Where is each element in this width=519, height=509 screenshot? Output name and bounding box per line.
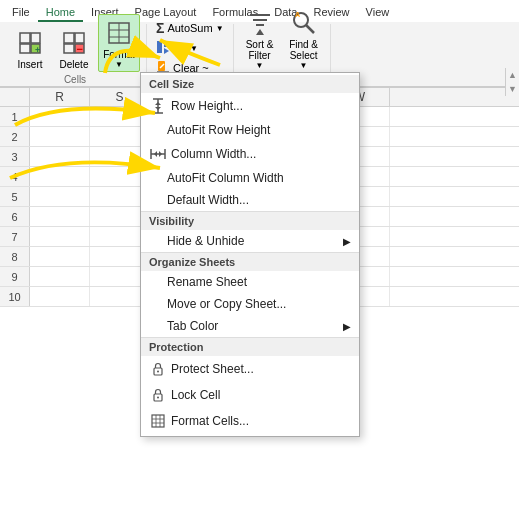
delete-button[interactable]: − Delete bbox=[54, 25, 94, 72]
cell[interactable] bbox=[30, 267, 90, 286]
default-width-menu-item[interactable]: Default Width... bbox=[141, 189, 359, 211]
sort-filter-button[interactable]: Sort &Filter ▼ bbox=[240, 5, 280, 72]
svg-rect-15 bbox=[164, 41, 169, 47]
tab-color-arrow-icon: ▶ bbox=[343, 321, 351, 332]
svg-rect-5 bbox=[64, 33, 74, 43]
autofit-column-width-menu-item[interactable]: AutoFit Column Width bbox=[141, 167, 359, 189]
lock-cell-menu-item[interactable]: Lock Cell bbox=[141, 382, 359, 408]
find-select-icon: A bbox=[288, 7, 320, 39]
column-width-icon bbox=[149, 145, 167, 163]
tab-file[interactable]: File bbox=[4, 4, 38, 22]
cell[interactable] bbox=[30, 207, 90, 226]
protect-sheet-label: Protect Sheet... bbox=[171, 362, 254, 376]
svg-point-38 bbox=[157, 371, 159, 373]
svg-marker-35 bbox=[154, 151, 157, 157]
hide-unhide-label: Hide & Unhide bbox=[167, 234, 244, 248]
sort-filter-icon bbox=[244, 7, 276, 39]
svg-marker-36 bbox=[159, 151, 162, 157]
cell[interactable] bbox=[30, 287, 90, 306]
tab-color-menu-item[interactable]: Tab Color ▶ bbox=[141, 315, 359, 337]
cell[interactable] bbox=[30, 187, 90, 206]
svg-rect-1 bbox=[31, 33, 40, 43]
cell-extra[interactable] bbox=[390, 287, 519, 306]
col-header-extra bbox=[390, 88, 519, 106]
cells-group-label: Cells bbox=[64, 74, 86, 85]
default-width-label: Default Width... bbox=[167, 193, 249, 207]
row-height-menu-item[interactable]: Row Height... bbox=[141, 93, 359, 119]
rename-sheet-menu-item[interactable]: Rename Sheet bbox=[141, 271, 359, 293]
fill-icon bbox=[156, 40, 170, 56]
cell[interactable] bbox=[30, 167, 90, 186]
autofit-row-height-label: AutoFit Row Height bbox=[167, 123, 270, 137]
format-cells-menu-item[interactable]: Format Cells... bbox=[141, 408, 359, 434]
hide-unhide-arrow-icon: ▶ bbox=[343, 236, 351, 247]
rename-sheet-label: Rename Sheet bbox=[167, 275, 247, 289]
row-number: 9 bbox=[0, 267, 30, 286]
visibility-section-header: Visibility bbox=[141, 211, 359, 230]
organize-sheets-section-header: Organize Sheets bbox=[141, 252, 359, 271]
row-number: 7 bbox=[0, 227, 30, 246]
tab-home[interactable]: Home bbox=[38, 4, 83, 22]
cell-extra[interactable] bbox=[390, 167, 519, 186]
cell-extra[interactable] bbox=[390, 147, 519, 166]
cell-extra[interactable] bbox=[390, 267, 519, 286]
cell[interactable] bbox=[30, 147, 90, 166]
svg-rect-7 bbox=[64, 44, 74, 53]
cell-extra[interactable] bbox=[390, 247, 519, 266]
row-number: 8 bbox=[0, 247, 30, 266]
cell-extra[interactable] bbox=[390, 127, 519, 146]
find-select-button[interactable]: A Find &Select ▼ bbox=[284, 5, 324, 72]
svg-rect-6 bbox=[75, 33, 84, 43]
cells-group: + Insert − Dele bbox=[4, 24, 147, 84]
svg-marker-30 bbox=[155, 102, 161, 105]
autosum-label: AutoSum bbox=[167, 22, 212, 34]
cell-extra[interactable] bbox=[390, 107, 519, 126]
hide-unhide-menu-item[interactable]: Hide & Unhide ▶ bbox=[141, 230, 359, 252]
cell[interactable] bbox=[30, 127, 90, 146]
cell-extra[interactable] bbox=[390, 227, 519, 246]
protection-section-header: Protection bbox=[141, 337, 359, 356]
cell-extra[interactable] bbox=[390, 187, 519, 206]
row-number: 1 bbox=[0, 107, 30, 126]
format-button[interactable]: Format ▼ bbox=[98, 14, 140, 72]
ribbon-scroll-up[interactable]: ▲ bbox=[506, 68, 519, 82]
delete-icon: − bbox=[58, 27, 90, 59]
insert-label: Insert bbox=[17, 59, 42, 70]
tab-color-label: Tab Color bbox=[167, 319, 218, 333]
row-number: 2 bbox=[0, 127, 30, 146]
cell-extra[interactable] bbox=[390, 207, 519, 226]
svg-line-25 bbox=[306, 25, 314, 33]
tab-view[interactable]: View bbox=[358, 4, 398, 22]
autofit-row-height-menu-item[interactable]: AutoFit Row Height bbox=[141, 119, 359, 141]
autofit-column-width-label: AutoFit Column Width bbox=[167, 171, 284, 185]
insert-icon: + bbox=[14, 27, 46, 59]
format-cells-icon bbox=[149, 412, 167, 430]
move-copy-sheet-menu-item[interactable]: Move or Copy Sheet... bbox=[141, 293, 359, 315]
autosum-icon: Σ bbox=[156, 20, 164, 36]
move-copy-sheet-label: Move or Copy Sheet... bbox=[167, 297, 286, 311]
format-icon bbox=[103, 17, 135, 49]
insert-button[interactable]: + Insert bbox=[10, 25, 50, 72]
cell[interactable] bbox=[30, 107, 90, 126]
svg-point-40 bbox=[157, 397, 159, 399]
column-width-menu-item[interactable]: Column Width... bbox=[141, 141, 359, 167]
fill-button[interactable]: Fill ▼ bbox=[153, 39, 227, 57]
ribbon-scroll-down[interactable]: ▼ bbox=[506, 82, 519, 96]
row-number: 3 bbox=[0, 147, 30, 166]
row-height-label: Row Height... bbox=[171, 99, 243, 113]
cell[interactable] bbox=[30, 247, 90, 266]
fill-label: Fill bbox=[173, 42, 187, 54]
row-number: 10 bbox=[0, 287, 30, 306]
protect-sheet-menu-item[interactable]: Protect Sheet... bbox=[141, 356, 359, 382]
lock-cell-label: Lock Cell bbox=[171, 388, 220, 402]
col-header-R[interactable]: R bbox=[30, 88, 90, 106]
svg-text:+: + bbox=[35, 45, 40, 55]
row-number: 5 bbox=[0, 187, 30, 206]
svg-rect-41 bbox=[152, 415, 164, 427]
format-label: Format bbox=[103, 49, 135, 60]
format-cells-label: Format Cells... bbox=[171, 414, 249, 428]
svg-text:A: A bbox=[295, 11, 300, 18]
autosum-button[interactable]: Σ AutoSum ▼ bbox=[153, 19, 227, 37]
cell[interactable] bbox=[30, 227, 90, 246]
row-number: 4 bbox=[0, 167, 30, 186]
